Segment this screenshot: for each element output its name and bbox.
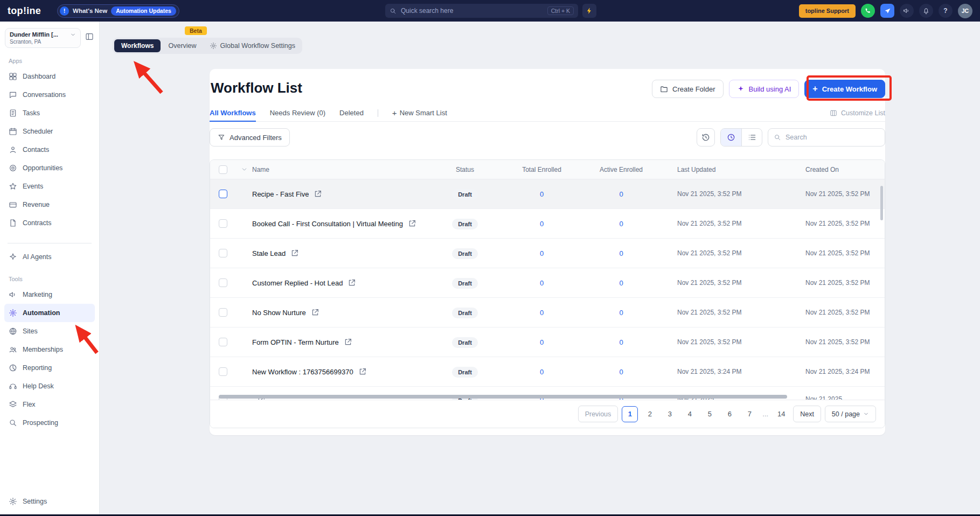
previous-page-button[interactable]: Previous bbox=[578, 406, 618, 422]
total-enrolled-link[interactable]: 0 bbox=[540, 249, 544, 257]
active-enrolled-link[interactable]: 0 bbox=[619, 309, 623, 317]
page-button-current[interactable]: 1 bbox=[622, 406, 638, 422]
quick-actions-button[interactable] bbox=[582, 4, 596, 18]
sidebar-item-prospecting[interactable]: Prospecting bbox=[0, 414, 99, 432]
sidebar-item-conversations[interactable]: Conversations bbox=[0, 86, 99, 104]
active-enrolled-link[interactable]: 0 bbox=[619, 368, 623, 376]
external-link-icon[interactable] bbox=[408, 219, 416, 228]
sidebar-item-contracts[interactable]: Contracts bbox=[0, 214, 99, 232]
active-enrolled-link[interactable]: 0 bbox=[619, 338, 623, 346]
active-enrolled-link[interactable]: 0 bbox=[619, 279, 623, 287]
page-button[interactable]: 6 bbox=[721, 406, 738, 422]
tab-all-workflows[interactable]: All Workflows bbox=[210, 105, 256, 122]
table-search[interactable] bbox=[768, 128, 885, 147]
tab-overview[interactable]: Overview bbox=[163, 39, 201, 52]
sidebar-item-opportunities[interactable]: Opportunities bbox=[0, 159, 99, 177]
sidebar-item-revenue[interactable]: Revenue bbox=[0, 196, 99, 214]
total-enrolled-link[interactable]: 0 bbox=[540, 368, 544, 376]
row-checkbox[interactable] bbox=[219, 190, 227, 198]
page-button[interactable]: 7 bbox=[741, 406, 757, 422]
select-all-checkbox[interactable] bbox=[219, 165, 227, 174]
sidebar-item-automation[interactable]: Automation bbox=[4, 304, 95, 322]
sidebar-item-help-desk[interactable]: Help Desk bbox=[0, 377, 99, 395]
table-row[interactable]: New Workflow : 1763756699370 Draft 0 0 N… bbox=[210, 357, 885, 387]
total-enrolled-link[interactable]: 0 bbox=[540, 387, 544, 401]
table-row[interactable]: Form OPTIN - Term Nurture Draft 0 0 Nov … bbox=[210, 327, 885, 357]
external-link-icon[interactable] bbox=[314, 190, 322, 198]
announcements-button[interactable] bbox=[900, 4, 914, 18]
active-enrolled-link[interactable]: 0 bbox=[619, 249, 623, 257]
create-folder-button[interactable]: Create Folder bbox=[652, 80, 723, 98]
external-link-icon[interactable] bbox=[344, 338, 352, 346]
sidebar-item-contacts[interactable]: Contacts bbox=[0, 141, 99, 159]
help-button[interactable]: ? bbox=[939, 4, 953, 18]
support-button[interactable]: topline Support bbox=[799, 4, 856, 18]
table-search-input[interactable] bbox=[786, 134, 879, 141]
account-switcher[interactable]: Dunder Mifflin [... Scranton, PA bbox=[5, 28, 81, 48]
external-link-icon[interactable] bbox=[347, 278, 356, 287]
table-row[interactable]: No Show Nurture Draft 0 0 Nov 21 2025, 3… bbox=[210, 298, 885, 327]
customize-list-button[interactable]: Customize List bbox=[830, 109, 885, 117]
sidebar-item-marketing[interactable]: Marketing bbox=[0, 285, 99, 304]
tab-global-workflow-settings[interactable]: Global Workflow Settings bbox=[204, 39, 301, 52]
total-enrolled-link[interactable]: 0 bbox=[540, 279, 544, 287]
total-enrolled-link[interactable]: 0 bbox=[540, 190, 544, 198]
sidebar-item-scheduler[interactable]: Scheduler bbox=[0, 122, 99, 141]
sidebar-item-sites[interactable]: Sites bbox=[0, 322, 99, 340]
page-button[interactable]: 4 bbox=[682, 406, 698, 422]
select-options-button[interactable] bbox=[236, 166, 252, 173]
horizontal-scrollbar[interactable] bbox=[219, 395, 787, 399]
page-button[interactable]: 5 bbox=[701, 406, 718, 422]
notifications-button[interactable] bbox=[919, 4, 933, 18]
tab-needs-review[interactable]: Needs Review (0) bbox=[270, 104, 325, 121]
sidebar-item-ai-agents[interactable]: AI Agents bbox=[0, 248, 99, 266]
active-enrolled-link[interactable]: 0 bbox=[619, 387, 623, 401]
table-row-partial[interactable]: Draft 0 0 Nov 21 2025 Nov 21 2025 bbox=[210, 387, 885, 401]
page-button[interactable]: 3 bbox=[662, 406, 678, 422]
user-avatar[interactable]: JC bbox=[958, 4, 972, 18]
table-row[interactable]: Stale Lead Draft 0 0 Nov 21 2025, 3:52 P… bbox=[210, 239, 885, 268]
create-workflow-button[interactable]: + Create Workflow bbox=[804, 80, 885, 98]
enrollment-history-button[interactable] bbox=[697, 128, 715, 147]
build-using-ai-button[interactable]: Build using AI bbox=[729, 80, 800, 98]
tab-workflows[interactable]: Workflows bbox=[114, 39, 161, 52]
sidebar-item-reporting[interactable]: Reporting bbox=[0, 359, 99, 377]
sidebar-item-dashboard[interactable]: Dashboard bbox=[0, 67, 99, 86]
page-size-select[interactable]: 50 / page bbox=[825, 406, 876, 422]
active-enrolled-link[interactable]: 0 bbox=[619, 190, 623, 198]
phone-button[interactable] bbox=[861, 4, 875, 18]
external-link-icon[interactable] bbox=[311, 308, 319, 317]
row-checkbox[interactable] bbox=[219, 249, 227, 257]
external-link-icon[interactable] bbox=[358, 367, 367, 376]
tab-deleted[interactable]: Deleted bbox=[339, 104, 364, 121]
table-row[interactable]: Recipe - Fast Five Draft 0 0 Nov 21 2025… bbox=[210, 179, 885, 209]
page-button[interactable]: 2 bbox=[642, 406, 658, 422]
sidebar-item-tasks[interactable]: Tasks bbox=[0, 104, 99, 122]
row-checkbox[interactable] bbox=[219, 367, 227, 376]
sidebar-item-events[interactable]: Events bbox=[0, 177, 99, 196]
launchpad-button[interactable] bbox=[880, 4, 894, 18]
sidebar-item-flex[interactable]: Flex bbox=[0, 395, 99, 414]
page-button-last[interactable]: 14 bbox=[773, 406, 789, 422]
active-enrolled-link[interactable]: 0 bbox=[619, 220, 623, 228]
whats-new-button[interactable]: ! What's New Automation Updates bbox=[57, 4, 179, 18]
row-checkbox[interactable] bbox=[219, 219, 227, 228]
row-checkbox[interactable] bbox=[219, 278, 227, 287]
table-row[interactable]: Customer Replied - Hot Lead Draft 0 0 No… bbox=[210, 268, 885, 298]
total-enrolled-link[interactable]: 0 bbox=[540, 309, 544, 317]
total-enrolled-link[interactable]: 0 bbox=[540, 220, 544, 228]
vertical-scrollbar[interactable] bbox=[880, 186, 883, 220]
row-checkbox[interactable] bbox=[219, 308, 227, 317]
external-link-icon[interactable] bbox=[290, 249, 299, 257]
table-row[interactable]: Booked Call - First Consultation | Virtu… bbox=[210, 209, 885, 239]
sidebar-collapse-button[interactable] bbox=[85, 32, 94, 43]
advanced-filters-button[interactable]: Advanced Filters bbox=[210, 128, 290, 147]
list-view-button[interactable] bbox=[741, 129, 762, 146]
sidebar-item-memberships[interactable]: Memberships bbox=[0, 340, 99, 359]
row-checkbox[interactable] bbox=[219, 338, 227, 346]
global-search-input[interactable] bbox=[401, 7, 543, 15]
next-page-button[interactable]: Next bbox=[793, 406, 821, 422]
sidebar-item-settings[interactable]: Settings bbox=[0, 492, 99, 511]
total-enrolled-link[interactable]: 0 bbox=[540, 338, 544, 346]
recent-view-button[interactable] bbox=[721, 129, 741, 146]
